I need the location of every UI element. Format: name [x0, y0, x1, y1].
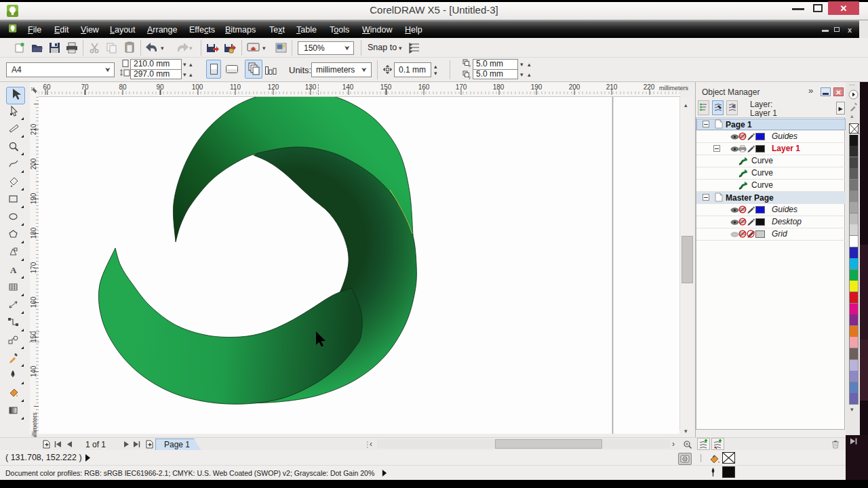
svg-text:x: x	[469, 64, 471, 68]
svg-text:A: A	[10, 265, 17, 275]
svg-text:y: y	[469, 75, 471, 79]
